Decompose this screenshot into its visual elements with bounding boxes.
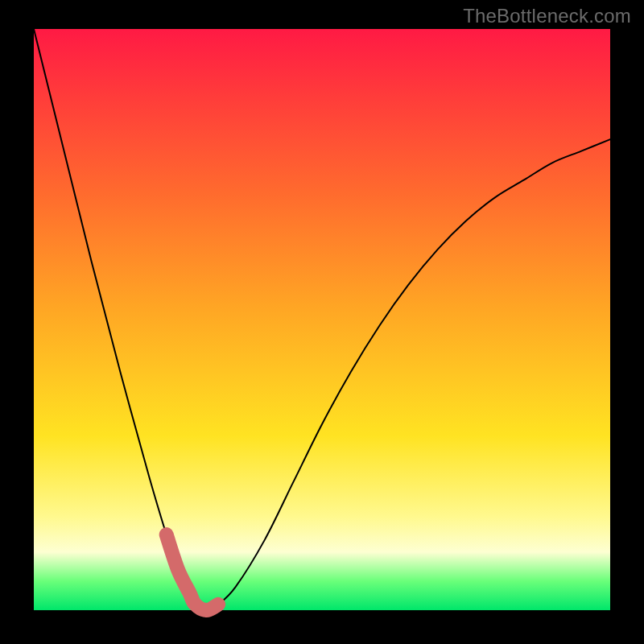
valley-marker (167, 535, 218, 610)
bottleneck-curve (34, 29, 610, 610)
plot-area (34, 29, 610, 610)
chart-frame: TheBottleneck.com (0, 0, 644, 644)
curve-svg (34, 29, 610, 610)
watermark-text: TheBottleneck.com (463, 5, 631, 27)
